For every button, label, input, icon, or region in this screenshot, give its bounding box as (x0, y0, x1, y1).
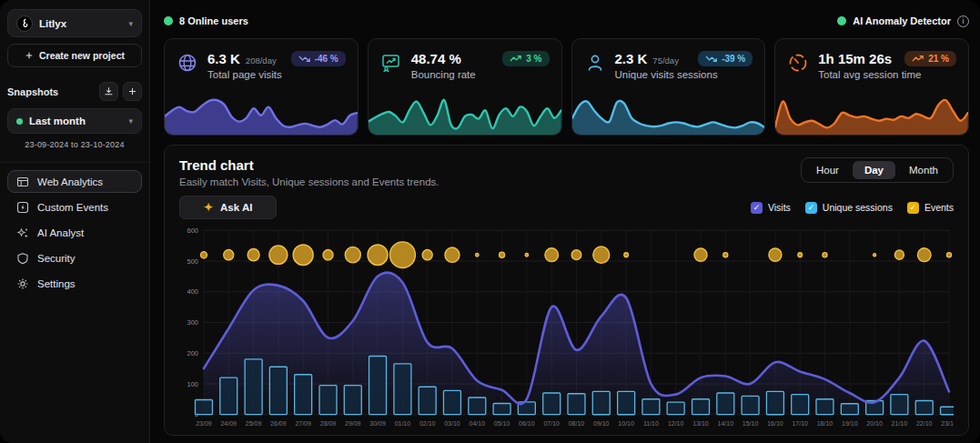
svg-text:04/10: 04/10 (470, 420, 486, 427)
sidebar-item-ai-analyst[interactable]: AI Analyst (7, 221, 142, 244)
granularity-day-button[interactable]: Day (853, 161, 895, 179)
online-users-count: 8 Online users (179, 15, 248, 26)
svg-text:500: 500 (187, 257, 198, 266)
granularity-hour-button[interactable]: Hour (804, 161, 851, 179)
svg-text:28/09: 28/09 (320, 420, 337, 427)
stat-label: Total page visits (207, 69, 282, 80)
anomaly-detector-label: AI Anomaly Detector (853, 15, 951, 26)
legend-events[interactable]: ✓ Events (907, 202, 954, 214)
topbar: 8 Online users AI Anomaly Detector i (164, 10, 969, 32)
browser-icon (16, 176, 29, 188)
svg-text:03/10: 03/10 (444, 420, 460, 427)
svg-text:300: 300 (187, 318, 198, 327)
svg-text:09/10: 09/10 (593, 420, 610, 427)
sidebar-item-custom-events[interactable]: Custom Events (7, 196, 142, 218)
sidebar-item-settings[interactable]: Settings (7, 272, 142, 295)
stat-label: Unique visits sessions (615, 69, 718, 80)
trend-badge: 21 % (904, 51, 956, 66)
legend-visits[interactable]: ✓ Visits (751, 202, 791, 214)
svg-text:17/10: 17/10 (792, 420, 808, 427)
project-selector[interactable]: Litlyx ▾ (7, 9, 142, 37)
stat-per-day: 208/day (246, 55, 277, 65)
online-status-dot (164, 16, 173, 25)
trend-chart-card: Trend chart Easily match Visits, Unique … (164, 145, 969, 436)
add-snapshot-button[interactable] (123, 82, 142, 101)
app-window: Litlyx ▾ Create new project Snapshots La… (0, 0, 980, 443)
download-icon (104, 86, 114, 96)
sparkles-icon (16, 227, 29, 239)
stat-card-unique-sessions: 2.3 K 75/day Unique visits sessions -39 … (571, 38, 766, 136)
svg-text:23/10: 23/10 (941, 420, 954, 427)
svg-text:06/10: 06/10 (519, 420, 535, 427)
ai-sparkle-icon: ✦ (204, 201, 213, 214)
stat-per-day: 75/day (652, 55, 679, 65)
visits-checkbox[interactable]: ✓ (751, 202, 763, 214)
svg-text:10/10: 10/10 (618, 420, 634, 427)
granularity-month-button[interactable]: Month (897, 161, 950, 179)
svg-text:01/10: 01/10 (395, 420, 411, 427)
svg-text:29/09: 29/09 (345, 420, 361, 427)
svg-text:30/09: 30/09 (369, 420, 386, 427)
chevron-down-icon: ▾ (128, 116, 133, 126)
svg-text:14/10: 14/10 (718, 420, 734, 427)
chart-legend: ✓ Visits ✓ Unique sessions ✓ Events (751, 202, 954, 214)
sparkline-bouncing-rate (369, 93, 561, 135)
gear-icon (16, 277, 29, 290)
trend-badge: -39 % (698, 51, 753, 66)
sidebar-item-web-analytics[interactable]: Web Analytics (7, 170, 142, 193)
plus-icon (127, 86, 137, 96)
svg-text:25/09: 25/09 (246, 420, 262, 427)
trend-subtitle: Easily match Visits, Unique sessions and… (179, 176, 439, 187)
sparkline-unique-sessions (572, 93, 765, 135)
download-snapshot-button[interactable] (99, 82, 118, 101)
svg-text:13/10: 13/10 (692, 420, 709, 427)
trend-direction-icon (298, 55, 310, 63)
bounce-icon (380, 52, 402, 74)
stat-label: Bouncing rate (411, 69, 476, 80)
svg-text:26/09: 26/09 (270, 420, 287, 427)
create-project-button[interactable]: Create new project (7, 44, 142, 67)
trend-chart[interactable]: 010020030040050060023/0924/0925/0926/092… (179, 223, 954, 429)
svg-text:15/10: 15/10 (743, 420, 759, 427)
snapshot-date-range: 23-09-2024 to 23-10-2024 (7, 140, 142, 149)
trend-title: Trend chart (179, 157, 439, 173)
stat-value: 2.3 K (615, 51, 648, 66)
svg-text:23/09: 23/09 (196, 420, 212, 427)
stat-card-bouncing-rate: 48.74 % Bouncing rate 3 % (368, 38, 562, 136)
info-icon[interactable]: i (957, 15, 969, 27)
snapshot-status-dot (16, 118, 23, 125)
ask-ai-button[interactable]: ✦ Ask AI (179, 196, 277, 219)
trend-direction-icon (705, 55, 717, 63)
sidebar-divider (0, 162, 149, 163)
stat-card-total-page-visits: 6.3 K 208/day Total page visits -46 % (164, 38, 359, 136)
globe-icon (177, 52, 198, 74)
sidebar: Litlyx ▾ Create new project Snapshots La… (0, 0, 150, 443)
svg-text:11/10: 11/10 (643, 420, 659, 427)
svg-text:24/09: 24/09 (220, 420, 237, 427)
stat-value: 1h 15m 26s (818, 51, 892, 66)
svg-text:16/10: 16/10 (767, 420, 783, 427)
svg-text:08/10: 08/10 (569, 420, 585, 427)
legend-unique-sessions[interactable]: ✓ Unique sessions (805, 202, 893, 214)
svg-text:02/10: 02/10 (419, 420, 436, 427)
plus-icon (25, 51, 34, 60)
svg-text:05/10: 05/10 (494, 420, 510, 427)
events-checkbox[interactable]: ✓ (907, 202, 919, 214)
svg-text:21/10: 21/10 (892, 420, 908, 427)
sparkline-page-visits (165, 93, 358, 135)
unique-sessions-checkbox[interactable]: ✓ (805, 202, 817, 214)
svg-text:19/10: 19/10 (842, 420, 858, 427)
timer-icon (787, 52, 809, 74)
stat-value: 6.3 K (207, 51, 240, 66)
trend-badge: 3 % (502, 51, 549, 66)
svg-text:100: 100 (187, 379, 198, 388)
trend-direction-icon (912, 55, 924, 63)
event-icon (16, 201, 29, 214)
snapshots-label: Snapshots (7, 86, 95, 97)
sparkline-session-time (775, 93, 968, 135)
sidebar-item-security[interactable]: Security (7, 247, 142, 269)
stat-label: Total avg session time (818, 69, 921, 80)
snapshot-select[interactable]: Last month ▾ (7, 108, 142, 134)
stat-cards-row: 6.3 K 208/day Total page visits -46 % (164, 38, 969, 136)
trend-badge: -46 % (291, 51, 346, 66)
